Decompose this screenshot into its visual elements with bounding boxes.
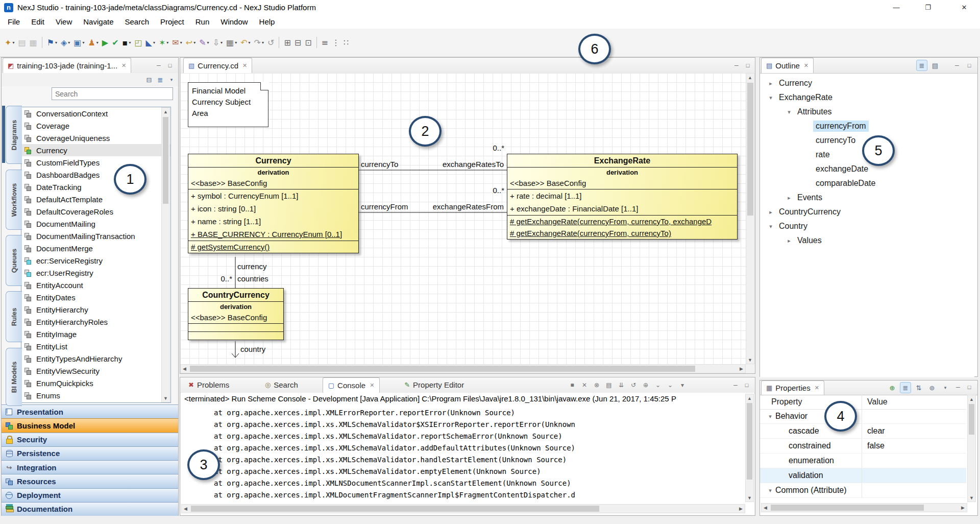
scroll-thumb[interactable]	[163, 117, 168, 204]
distribute-icon[interactable]: ∷	[342, 35, 350, 50]
scheme-console-icon[interactable]: ▪ ▾	[121, 35, 133, 50]
scroll-up-icon[interactable]: ▲	[968, 395, 975, 403]
list-item[interactable]: DocumentMerge	[21, 242, 170, 254]
assoc-label-countries[interactable]: countries	[237, 274, 268, 283]
list-item[interactable]: EntityHierarchy	[21, 303, 170, 316]
assoc-label-exchangeRatesFrom[interactable]: exchangeRatesFrom	[417, 202, 504, 211]
align-top-icon[interactable]: ⋮	[330, 35, 341, 50]
property-value[interactable]	[862, 454, 966, 468]
list-item[interactable]: EntityViewSecurity	[21, 365, 170, 377]
scroll-thumb[interactable]	[190, 366, 695, 372]
maximize-view-icon[interactable]: □	[964, 61, 974, 70]
upgrade-icon[interactable]: ◣ ▾	[144, 35, 157, 50]
maximize-view-icon[interactable]: □	[742, 381, 752, 390]
console-tab-search[interactable]: ◎ Search	[260, 377, 303, 392]
menu-file[interactable]: File	[2, 15, 26, 29]
minimize-button[interactable]: —	[885, 0, 908, 15]
console-tab-problems[interactable]: ✖ Problems	[183, 377, 234, 392]
list-item[interactable]: DocumentMailingTransaction	[21, 230, 170, 242]
display-selected-icon[interactable]: ⌄	[653, 380, 663, 390]
edit-tool-icon[interactable]: ✎ ▾	[198, 35, 210, 50]
property-value[interactable]	[862, 483, 966, 497]
tree-expander-icon[interactable]: ▾	[783, 109, 795, 115]
scroll-thumb[interactable]	[191, 506, 599, 512]
model-library-icon[interactable]: ⚑ ▾	[45, 35, 59, 50]
new-wizard-icon[interactable]: ✦ ▾	[3, 35, 16, 50]
close-icon[interactable]: ✕	[242, 62, 247, 69]
property-value[interactable]	[862, 409, 966, 423]
assoc-label-exchangeRatesTo[interactable]: exchangeRatesTo	[417, 160, 504, 169]
maximize-view-icon[interactable]: □	[743, 61, 753, 70]
minimize-view-icon[interactable]: ─	[730, 381, 741, 390]
assoc-label-currencyFrom[interactable]: currencyFrom	[361, 202, 408, 211]
explorer-tab[interactable]: ◩ training-103-jade (training-1... ✕	[3, 58, 131, 73]
list-item[interactable]: EnumQuickpicks	[21, 377, 170, 389]
section-integration[interactable]: ↪Integration	[2, 460, 178, 474]
assoc-label-currencyTo[interactable]: currencyTo	[361, 160, 398, 169]
uml-note[interactable]: Financial Model Currency Subject Area	[188, 82, 268, 127]
tree-expander-icon[interactable]: ▸	[765, 209, 776, 216]
class-attribute[interactable]: + icon : string [0..1]	[188, 202, 358, 215]
property-value[interactable]: clear	[862, 424, 966, 438]
minimize-view-icon[interactable]: ─	[154, 61, 164, 70]
list-item[interactable]: ecr:UserRegistry	[21, 267, 170, 279]
data-load-icon[interactable]: ◰	[133, 35, 143, 50]
user-tool-icon[interactable]: ♟ ▾	[87, 35, 100, 50]
list-item[interactable]: EntityAccount	[21, 279, 170, 291]
scroll-left-icon[interactable]: ◀	[182, 505, 189, 512]
pin-console-icon[interactable]: ⊕	[641, 380, 651, 390]
minimize-view-icon[interactable]: ─	[953, 383, 963, 392]
outline-node[interactable]: ▸ CountryCurrency	[760, 205, 974, 219]
outline-node[interactable]: ▸ Events	[760, 190, 974, 205]
dropdown-arrow-icon[interactable]: ▾	[262, 40, 264, 45]
editor-vertical-scrollbar[interactable]: ▲ ▼	[746, 73, 755, 364]
close-icon[interactable]: ✕	[815, 385, 819, 391]
scroll-thumb[interactable]	[747, 403, 752, 480]
save-icon[interactable]: ▤	[16, 35, 27, 50]
class-operation[interactable]: # getExchangeRate(currencyFrom, currency…	[507, 227, 737, 239]
vertical-tab-bi-models[interactable]: BI Models	[6, 348, 22, 406]
dropdown-arrow-icon[interactable]: ▾	[55, 40, 57, 45]
property-value[interactable]	[862, 468, 966, 483]
refresh-icon[interactable]: ↺	[266, 35, 276, 50]
multiplicity-label[interactable]: 0..*	[484, 186, 504, 195]
dropdown-arrow-icon[interactable]: ▾	[180, 40, 182, 45]
menu-navigate[interactable]: Navigate	[78, 15, 119, 29]
outline-node-label[interactable]: comparableDate	[813, 178, 878, 189]
outline-node[interactable]: ▾ Attributes	[760, 105, 974, 119]
list-item[interactable]: CustomFieldTypes	[21, 156, 170, 169]
list-scrollbar[interactable]: ▲ ▼	[161, 107, 170, 402]
scroll-down-icon[interactable]: ▼	[968, 494, 975, 502]
scroll-down-icon[interactable]: ▼	[746, 356, 754, 364]
dropdown-arrow-icon[interactable]: ▾	[220, 40, 223, 45]
dropdown-arrow-icon[interactable]: ▾	[96, 40, 99, 45]
dropdown-arrow-icon[interactable]: ▾	[235, 40, 237, 45]
outline-node-label[interactable]: Country	[776, 221, 810, 232]
filter-icon[interactable]: ⊚	[926, 382, 938, 393]
close-icon[interactable]: ✕	[121, 62, 126, 69]
class-attribute[interactable]: + exchangeDate : FinancialDate [1..1]	[507, 202, 737, 215]
vertical-tab-rules[interactable]: Rules	[6, 291, 22, 342]
list-item[interactable]: EntityImage	[21, 328, 170, 340]
view-menu-icon[interactable]: ▾	[677, 380, 688, 390]
outline-tab[interactable]: ▤ Outline ✕	[761, 58, 814, 73]
property-row[interactable]: validation	[760, 468, 966, 483]
view-menu-icon[interactable]: ▾	[166, 74, 177, 85]
multiplicity-label[interactable]: 0..*	[201, 274, 232, 283]
scroll-right-icon[interactable]: ▶	[737, 505, 745, 512]
editor-horizontal-scrollbar[interactable]: ◀ ▶	[180, 364, 746, 373]
outline-node-label[interactable]: Attributes	[795, 106, 835, 117]
scroll-thumb[interactable]	[771, 505, 924, 511]
layout-vertical-icon[interactable]: ⊟	[293, 35, 303, 50]
uml-class-countrycurrency[interactable]: CountryCurrencyderivation<<base>> BaseCo…	[188, 288, 284, 340]
generate-icon[interactable]: ✶ ▾	[157, 35, 170, 50]
outline-node[interactable]: ▸ Values	[760, 233, 974, 248]
scroll-thumb[interactable]	[747, 83, 753, 216]
list-item[interactable]: DefaultCoverageRoles	[21, 205, 170, 218]
search-input[interactable]	[52, 87, 173, 100]
list-item[interactable]: CoverageUniqueness	[21, 132, 170, 144]
section-security[interactable]: Security	[2, 433, 178, 446]
list-item[interactable]: DocumentMailing	[21, 218, 170, 230]
tree-expander-icon[interactable]: ▸	[765, 80, 776, 87]
layout-grid-icon[interactable]: ⊡	[303, 35, 313, 50]
